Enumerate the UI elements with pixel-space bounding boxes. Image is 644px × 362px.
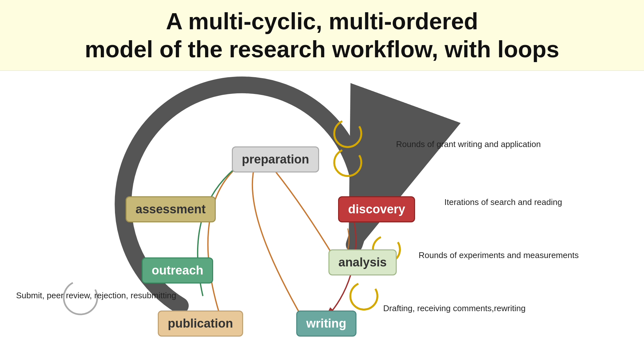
annotation-search: Iterations of search and reading [444, 196, 562, 208]
annotation-experiments: Rounds of experiments and measurements [419, 249, 579, 261]
node-assessment: assessment [126, 196, 216, 222]
diagram-area: preparation discovery analysis writing p… [0, 71, 644, 362]
annotation-drafting: Drafting, receiving comments,rewriting [383, 302, 526, 314]
annotation-submit: Submit, peer review, rejection, resubmit… [16, 290, 176, 301]
header-banner: A multi-cyclic, multi-ordered model of t… [0, 0, 644, 71]
node-preparation: preparation [232, 146, 319, 172]
node-writing: writing [296, 311, 356, 337]
node-discovery: discovery [338, 196, 415, 222]
svg-point-7 [350, 283, 377, 310]
node-analysis: analysis [328, 249, 397, 275]
page-title: A multi-cyclic, multi-ordered model of t… [85, 7, 559, 63]
node-publication: publication [158, 311, 243, 337]
node-outreach: outreach [142, 257, 213, 283]
annotation-grant: Rounds of grant writing and application [396, 138, 541, 150]
